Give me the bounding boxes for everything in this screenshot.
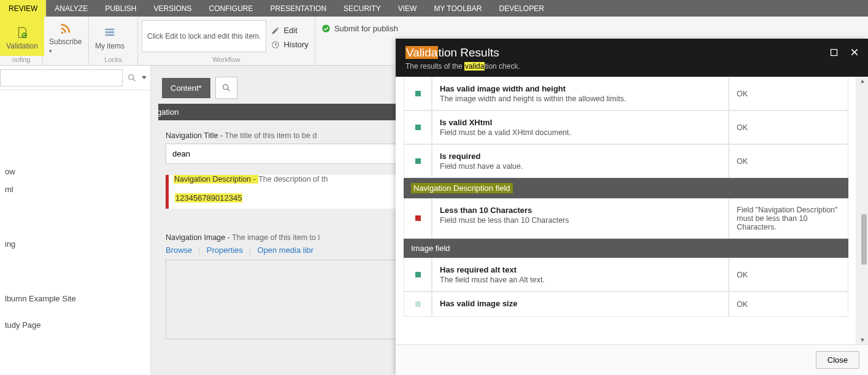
subscribe-button[interactable]: Subscribe ▾: [43, 17, 88, 56]
validation-row: Is valid XHtmlField must be a valid XHtm…: [404, 110, 848, 144]
modal-header: Validation Results The results of the va…: [396, 39, 868, 77]
tree-item[interactable]: [2, 198, 150, 235]
status-pass-icon: [415, 158, 421, 164]
scroll-thumb[interactable]: [861, 214, 867, 265]
group-label-proofing: oofing: [0, 56, 42, 65]
ribbon-tab-analyze[interactable]: ANALYZE: [46, 0, 96, 17]
properties-link[interactable]: Properties: [207, 245, 243, 255]
myitems-button[interactable]: My items: [89, 17, 131, 56]
left-column: ow ml ing lbumn Example Site tudy Page: [0, 66, 151, 375]
validation-label: Validation: [6, 42, 38, 50]
status-pass-icon: [415, 91, 421, 96]
tree-item[interactable]: ml: [2, 180, 150, 198]
ribbon-tab-security[interactable]: SECURITY: [335, 0, 390, 17]
validation-row: Is requiredField must have a value. OK: [404, 144, 848, 178]
modal-body: Has valid image width and heightThe imag…: [396, 77, 868, 344]
ribbon-tabs: REVIEW ANALYZE PUBLISH VERSIONS CONFIGUR…: [0, 0, 868, 17]
ribbon-tab-developer[interactable]: DEVELOPER: [490, 0, 552, 17]
svg-point-5: [322, 25, 330, 33]
submit-publish-link[interactable]: Submit for publish: [321, 23, 398, 34]
search-icon: [127, 73, 137, 83]
validation-group-header: Navigation Description field: [404, 178, 848, 198]
tree-item[interactable]: lbumn Example Site: [2, 290, 150, 307]
browse-link[interactable]: Browse: [166, 245, 192, 255]
modal-scrollbar[interactable]: ▲ ▼: [856, 77, 868, 344]
close-button[interactable]: Close: [816, 351, 859, 369]
tree-item[interactable]: ing: [2, 235, 150, 253]
tree-search-button[interactable]: [126, 69, 138, 87]
content-search-button[interactable]: [215, 77, 237, 99]
validation-button[interactable]: Validation: [0, 17, 44, 56]
maximize-button[interactable]: [828, 46, 840, 58]
modal-title: Validation Results: [405, 46, 858, 60]
history-link[interactable]: History: [271, 39, 308, 50]
svg-point-7: [223, 85, 228, 90]
validation-row: Less than 10 CharactersField must be les…: [404, 198, 848, 239]
edit-link[interactable]: Edit: [271, 25, 308, 36]
subscribe-label: Subscribe ▾: [49, 37, 82, 55]
submit-publish-label: Submit for publish: [334, 24, 398, 33]
maximize-icon: [829, 48, 839, 57]
status-fail-icon: [415, 215, 421, 221]
open-media-link[interactable]: Open media libr: [257, 245, 313, 255]
ribbon-tab-versions[interactable]: VERSIONS: [145, 0, 201, 17]
pencil-icon: [271, 26, 280, 35]
edit-label: Edit: [283, 26, 297, 35]
status-pass-icon: [415, 301, 421, 307]
clock-icon: [271, 41, 280, 49]
ribbon-tab-mytoolbar[interactable]: MY TOOLBAR: [425, 0, 490, 17]
content-tab[interactable]: Content*: [162, 78, 210, 98]
ribbon-tab-view[interactable]: VIEW: [390, 0, 426, 17]
svg-rect-2: [106, 31, 115, 33]
chevron-down-icon: [142, 76, 147, 79]
tree-dropdown-button[interactable]: [138, 69, 150, 87]
validation-group-header: Image field: [404, 239, 848, 258]
check-circle-icon: [321, 24, 331, 33]
close-x-button[interactable]: [848, 46, 861, 58]
myitems-icon: [102, 26, 117, 39]
search-icon: [221, 83, 231, 93]
scroll-up-icon: ▲: [859, 78, 866, 84]
tree-item[interactable]: [2, 253, 150, 290]
group-label-workflow: Workflow: [138, 56, 315, 65]
validation-row: Has valid image width and heightThe imag…: [404, 77, 848, 110]
modal-footer: Close: [396, 344, 868, 375]
tree-item[interactable]: [2, 307, 150, 316]
svg-point-6: [129, 74, 134, 79]
group-label-empty1: [43, 56, 88, 65]
content-tree[interactable]: ow ml ing lbumn Example Site tudy Page: [0, 90, 150, 334]
rss-icon: [58, 21, 73, 35]
validation-row: Has required alt textThe field must have…: [404, 258, 848, 292]
scroll-down-icon: ▼: [859, 337, 866, 343]
ribbon-tab-presentation[interactable]: PRESENTATION: [262, 0, 336, 17]
svg-rect-8: [831, 49, 837, 55]
svg-rect-1: [106, 28, 115, 30]
modal-subtitle: The results of the validation check.: [405, 62, 858, 71]
tree-item[interactable]: tudy Page: [2, 316, 150, 334]
group-label-locks: Locks: [89, 56, 137, 65]
ribbon-tab-publish[interactable]: PUBLISH: [96, 0, 145, 17]
ribbon-tab-configure[interactable]: CONFIGURE: [201, 0, 262, 17]
ribbon-tab-review[interactable]: REVIEW: [0, 0, 46, 17]
svg-rect-3: [106, 34, 115, 36]
validation-row: Has valid image size OK: [404, 292, 848, 317]
tree-search-input[interactable]: [0, 69, 123, 87]
history-label: History: [283, 40, 308, 49]
status-pass-icon: [415, 272, 421, 277]
validation-results-dialog: Validation Results The results of the va…: [396, 39, 868, 375]
status-pass-icon: [415, 125, 421, 130]
tree-item[interactable]: ow: [2, 163, 150, 180]
close-icon: [850, 47, 859, 57]
validation-table: Has valid image width and heightThe imag…: [404, 77, 848, 317]
myitems-label: My items: [95, 42, 125, 50]
edit-notice: Click Edit to lock and edit this item.: [142, 20, 266, 52]
validation-icon: [15, 26, 29, 39]
